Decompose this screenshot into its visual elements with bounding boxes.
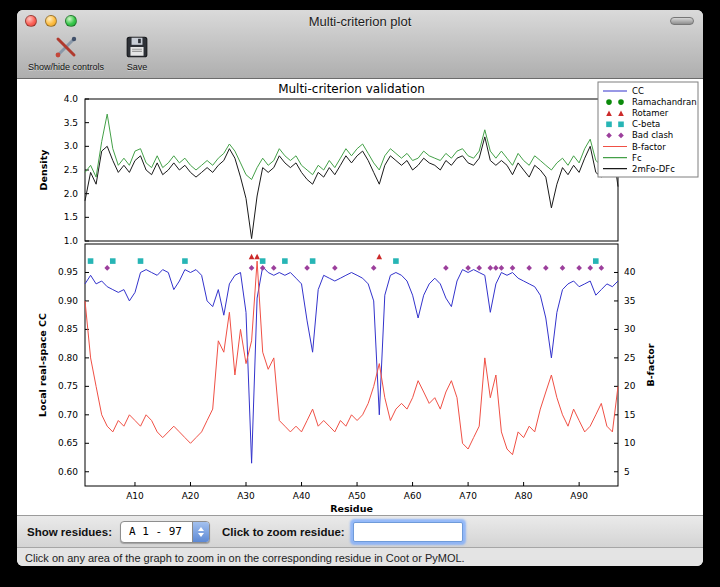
svg-text:0.95: 0.95 [58,267,78,277]
svg-text:2.5: 2.5 [64,165,78,175]
traffic-lights [25,15,77,27]
svg-text:3.5: 3.5 [64,118,78,128]
svg-text:Local real-space CC: Local real-space CC [37,313,48,417]
svg-text:A30: A30 [237,491,255,501]
show-residues-label: Show residues: [27,526,112,538]
zoom-residue-input[interactable] [353,522,463,542]
svg-text:0.85: 0.85 [58,324,78,334]
svg-text:2mFo-DFc: 2mFo-DFc [632,164,675,174]
svg-text:1.0: 1.0 [64,236,79,246]
svg-text:3.0: 3.0 [64,141,79,151]
svg-text:5: 5 [624,467,630,477]
svg-text:A10: A10 [126,491,144,501]
svg-text:C-beta: C-beta [632,119,660,129]
toolbar-toggle-button[interactable] [670,17,694,25]
svg-text:Bad clash: Bad clash [632,130,673,140]
status-bar: Click on any area of the graph to zoom i… [17,547,703,566]
close-button[interactable] [25,15,37,27]
svg-text:Rotamer: Rotamer [632,108,669,118]
show-hide-controls-icon [53,35,79,62]
svg-text:B-factor: B-factor [632,142,666,152]
svg-text:10: 10 [624,438,636,448]
svg-text:A70: A70 [459,491,477,501]
svg-text:Density: Density [38,149,49,191]
svg-text:Fc: Fc [632,153,642,163]
svg-text:Residue: Residue [330,503,373,514]
show-residues-value: A 1 - 97 [121,522,192,542]
titlebar: Multi-criterion plot [17,10,703,32]
toolbar-button-label: Save [127,62,148,72]
svg-text:A50: A50 [348,491,366,501]
svg-text:0.60: 0.60 [58,467,78,477]
zoom-button[interactable] [65,15,77,27]
window-chrome: Multi-criterion plot Show/hide controls [17,10,703,79]
svg-text:0.70: 0.70 [58,410,78,420]
svg-text:B-factor: B-factor [645,343,656,386]
svg-text:35: 35 [624,296,635,306]
svg-text:25: 25 [624,353,635,363]
svg-text:1.5: 1.5 [64,212,78,222]
save-button[interactable]: Save [123,34,151,73]
svg-text:A20: A20 [182,491,200,501]
svg-text:Multi-criterion validation: Multi-criterion validation [278,82,425,96]
toolbar-button-label: Show/hide controls [28,62,104,72]
window: Multi-criterion plot Show/hide controls [17,10,703,566]
svg-text:A90: A90 [570,491,588,501]
svg-text:0.75: 0.75 [58,381,78,391]
svg-text:30: 30 [624,324,636,334]
toolbar: Show/hide controls Save [17,32,703,78]
svg-text:A40: A40 [293,491,311,501]
svg-text:20: 20 [624,381,636,391]
svg-text:2.0: 2.0 [64,189,79,199]
zoom-residue-label: Click to zoom residue: [222,526,345,538]
plot-area: Multi-criterion validation1.01.52.02.53.… [17,79,703,515]
svg-text:40: 40 [624,267,636,277]
status-text: Click on any area of the graph to zoom i… [25,552,465,564]
svg-text:15: 15 [624,410,635,420]
svg-text:4.0: 4.0 [64,94,79,104]
minimize-button[interactable] [45,15,57,27]
stepper-arrows-icon [192,522,209,542]
show-residues-select[interactable]: A 1 - 97 [120,521,210,543]
svg-text:A60: A60 [404,491,422,501]
svg-text:0.65: 0.65 [58,438,78,448]
show-hide-controls-button[interactable]: Show/hide controls [25,34,107,73]
plot-figure[interactable]: Multi-criterion validation1.01.52.02.53.… [17,79,703,515]
svg-text:CC: CC [632,86,644,96]
svg-text:Ramachandran: Ramachandran [632,97,697,107]
controls-bar: Show residues: A 1 - 97 Click to zoom re… [17,515,703,547]
svg-text:A80: A80 [515,491,533,501]
svg-text:0.90: 0.90 [58,296,78,306]
window-title: Multi-criterion plot [309,14,412,29]
save-icon [126,35,148,62]
svg-text:0.80: 0.80 [58,353,78,363]
